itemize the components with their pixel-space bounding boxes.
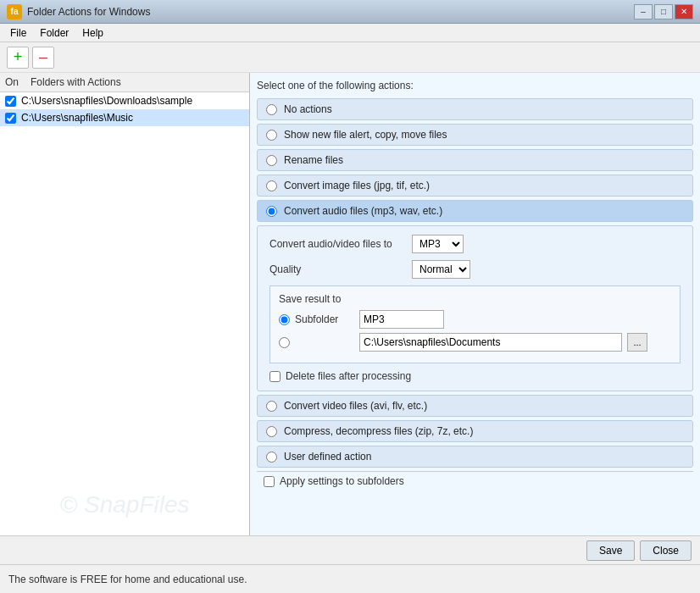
left-panel: On Folders with Actions C:\Users\snapfil…	[0, 73, 250, 535]
radio-user-defined[interactable]	[266, 452, 277, 463]
quality-label: Quality	[269, 263, 405, 275]
add-folder-button[interactable]: +	[7, 47, 29, 69]
folder-checkbox-0[interactable]	[5, 96, 16, 107]
delete-row: Delete files after processing	[269, 370, 681, 382]
maximize-button[interactable]: □	[654, 4, 673, 19]
menu-help[interactable]: Help	[75, 25, 110, 41]
toolbar: + –	[0, 42, 700, 73]
subfolder-label: Subfolder	[295, 313, 354, 325]
radio-compress[interactable]	[266, 426, 277, 437]
convert-to-label: Convert audio/video files to	[269, 238, 405, 250]
right-panel: Select one of the following actions: No …	[250, 73, 700, 535]
path-row: ...	[279, 333, 671, 352]
action-convert-audio[interactable]: Convert audio files (mp3, wav, etc.)	[257, 200, 693, 222]
radio-no-actions[interactable]	[266, 104, 277, 115]
label-user-defined: User defined action	[284, 451, 371, 463]
folder-checkbox-1[interactable]	[5, 113, 16, 124]
convert-to-row: Convert audio/video files to MP3 WAV OGG…	[269, 235, 681, 253]
column-folders-header: Folders with Actions	[31, 76, 244, 88]
label-convert-audio: Convert audio files (mp3, wav, etc.)	[284, 205, 442, 217]
minimize-button[interactable]: –	[634, 4, 653, 19]
delete-checkbox[interactable]	[269, 371, 281, 382]
folder-item-0[interactable]: C:\Users\snapfiles\Downloads\sample	[0, 92, 249, 109]
quality-row: Quality Normal High Low	[269, 260, 681, 279]
close-window-button[interactable]: ✕	[675, 4, 693, 19]
subfolder-input[interactable]	[359, 310, 444, 329]
radio-path[interactable]	[279, 337, 290, 348]
app-icon: fa	[7, 4, 22, 19]
bottom-text: The software is FREE for home and educat…	[8, 574, 247, 585]
right-panel-header: Select one of the following actions:	[257, 80, 693, 91]
convert-to-select[interactable]: MP3 WAV OGG AAC WMA FLAC	[412, 235, 464, 253]
apply-row: Apply settings to subfolders	[257, 471, 693, 490]
apply-label: Apply settings to subfolders	[280, 475, 404, 487]
label-no-actions: No actions	[284, 103, 332, 115]
action-show-alert[interactable]: Show new file alert, copy, move files	[257, 124, 693, 146]
delete-label: Delete files after processing	[286, 370, 411, 382]
title-bar: fa Folder Actions for Windows – □ ✕	[0, 0, 700, 24]
remove-folder-button[interactable]: –	[32, 47, 54, 69]
label-convert-image: Convert image files (jpg, tif, etc.)	[284, 180, 430, 191]
action-convert-image[interactable]: Convert image files (jpg, tif, etc.)	[257, 175, 693, 197]
window-title: Folder Actions for Windows	[27, 6, 150, 18]
column-on-header: On	[5, 76, 31, 88]
apply-checkbox[interactable]	[264, 476, 275, 487]
title-bar-buttons: – □ ✕	[634, 4, 693, 19]
browse-button[interactable]: ...	[627, 333, 647, 352]
radio-subfolder[interactable]	[279, 314, 290, 325]
title-bar-left: fa Folder Actions for Windows	[7, 4, 150, 19]
action-buttons-bar: Save Close	[0, 535, 700, 564]
action-rename-files[interactable]: Rename files	[257, 149, 693, 171]
subfolder-row: Subfolder	[279, 310, 671, 329]
folder-path-1: C:\Users\snapfiles\Music	[21, 112, 133, 124]
folder-path-0: C:\Users\snapfiles\Downloads\sample	[21, 95, 192, 107]
save-result-title: Save result to	[279, 293, 671, 305]
menu-file[interactable]: File	[3, 25, 33, 41]
radio-convert-audio[interactable]	[266, 206, 277, 217]
label-compress: Compress, decompress files (zip, 7z, etc…	[284, 425, 473, 437]
expanded-audio-section: Convert audio/video files to MP3 WAV OGG…	[257, 225, 693, 391]
radio-convert-image[interactable]	[266, 180, 277, 191]
action-convert-video[interactable]: Convert video files (avi, flv, etc.)	[257, 395, 693, 417]
label-convert-video: Convert video files (avi, flv, etc.)	[284, 400, 427, 412]
watermark: © SnapFiles	[60, 491, 190, 518]
action-user-defined[interactable]: User defined action	[257, 446, 693, 468]
save-button[interactable]: Save	[586, 540, 635, 561]
label-rename-files: Rename files	[284, 154, 343, 166]
radio-rename-files[interactable]	[266, 155, 277, 166]
action-no-actions[interactable]: No actions	[257, 98, 693, 120]
action-compress[interactable]: Compress, decompress files (zip, 7z, etc…	[257, 420, 693, 442]
radio-show-alert[interactable]	[266, 130, 277, 141]
menu-bar: File Folder Help	[0, 24, 700, 42]
menu-folder[interactable]: Folder	[33, 25, 75, 41]
folder-item-1[interactable]: C:\Users\snapfiles\Music	[0, 109, 249, 126]
bottom-bar: The software is FREE for home and educat…	[0, 564, 700, 593]
left-panel-header: On Folders with Actions	[0, 73, 249, 92]
quality-select[interactable]: Normal High Low	[412, 260, 470, 279]
save-result-section: Save result to Subfolder ...	[269, 285, 681, 363]
radio-convert-video[interactable]	[266, 401, 277, 412]
close-button[interactable]: Close	[640, 540, 692, 561]
path-input[interactable]	[359, 333, 622, 352]
label-show-alert: Show new file alert, copy, move files	[284, 129, 447, 141]
main-content: On Folders with Actions C:\Users\snapfil…	[0, 73, 700, 535]
